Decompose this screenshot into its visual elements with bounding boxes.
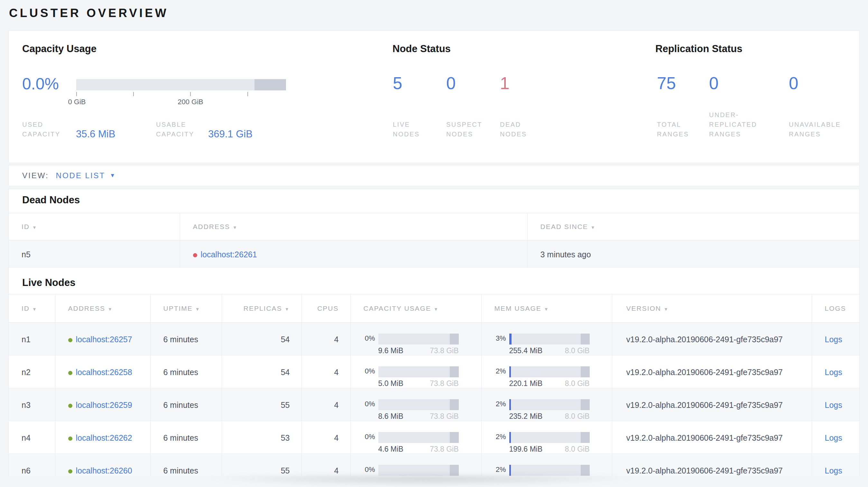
capacity-usage-cell: 0% 7.8 MiB73.8 GiB (350, 454, 481, 476)
version-cell: v19.2.0-alpha.20190606-2491-gfe735c9a97 (612, 421, 812, 454)
cpus-cell: 4 (302, 454, 350, 476)
capacity-used-value: 5.0 MiB (378, 379, 403, 388)
mem-bar-fill (509, 366, 511, 377)
node-address-link[interactable]: localhost:26262 (76, 433, 132, 442)
node-address-cell: localhost:26261 (180, 240, 527, 268)
uptime-cell: 6 minutes (150, 388, 222, 421)
mem-usage-cell: 2% 199.6 MiB8.0 GiB (481, 421, 612, 454)
mem-total-value: 8.0 GiB (565, 445, 590, 454)
capacity-percent-label: 0% (354, 333, 375, 343)
capacity-usage-title: Capacity Usage (22, 43, 96, 55)
column-header-id[interactable]: ID▼ (9, 294, 55, 323)
column-header-version[interactable]: VERSION▼ (612, 294, 812, 323)
mem-total-value: 8.0 GiB (565, 412, 590, 421)
bottom-shadow (138, 476, 705, 487)
column-header-capacity-usage[interactable]: CAPACITY USAGE▼ (350, 294, 481, 323)
total-ranges-label: TOTAL RANGES (657, 120, 692, 139)
uptime-cell: 6 minutes (150, 323, 222, 355)
sort-desc-icon: ▼ (434, 306, 439, 312)
capacity-usage-cell: 0% 4.6 MiB73.8 GiB (350, 421, 481, 454)
capacity-bar-track (378, 465, 459, 476)
suspect-nodes-label: SUSPECT NODES (446, 120, 483, 139)
logs-cell: Logs (812, 355, 860, 388)
capacity-bar-track (378, 333, 459, 345)
mem-bar-track (509, 333, 590, 345)
sort-desc-icon: ▼ (32, 306, 37, 312)
column-header-address[interactable]: ADDRESS▼ (55, 294, 150, 323)
mem-bar-track (509, 399, 590, 410)
dead-nodes-count: 1 (500, 73, 509, 93)
version-cell: v19.2.0-alpha.20190606-2491-gfe735c9a97 (612, 454, 812, 476)
column-header-label: DEAD SINCE (540, 223, 588, 230)
logs-link[interactable]: Logs (825, 433, 842, 442)
column-header-label: CAPACITY USAGE (364, 304, 431, 312)
capacity-total-value: 73.8 GiB (430, 379, 459, 388)
capacity-percent-label: 0% (354, 432, 375, 441)
page-title: CLUSTER OVERVIEW (9, 6, 168, 20)
node-address-cell: localhost:26258 (55, 355, 150, 388)
capacity-total-value: 73.8 GiB (430, 445, 459, 454)
capacity-bar: 0 GiB 200 GiB (76, 79, 286, 108)
capacity-used-value: 8.6 MiB (378, 412, 403, 421)
logs-link[interactable]: Logs (825, 400, 842, 410)
capacity-percent-label: 0% (354, 465, 375, 474)
logs-cell: Logs (812, 323, 860, 355)
node-address-link[interactable]: localhost:26259 (76, 400, 132, 410)
live-nodes-label: LIVE NODES (393, 120, 423, 139)
mem-bar-track (509, 432, 590, 443)
capacity-usage-cell: 0% 8.6 MiB73.8 GiB (350, 388, 481, 421)
mem-bar-fill (509, 465, 511, 476)
sort-desc-icon: ▼ (195, 306, 200, 312)
view-bar: VIEW: NODE LIST ▼ (8, 165, 860, 186)
node-live-dot-icon (68, 338, 72, 342)
mem-total-value: 8.0 GiB (565, 347, 590, 355)
table-row: n6 localhost:26260 6 minutes 55 4 0% 7.8… (9, 454, 860, 476)
column-header-label: CPUS (317, 304, 338, 312)
capacity-percent: 0.0% (22, 75, 59, 93)
cpus-cell: 4 (302, 421, 350, 454)
logs-cell: Logs (812, 421, 860, 454)
logs-link[interactable]: Logs (825, 335, 842, 344)
node-address-link[interactable]: localhost:26258 (76, 368, 132, 377)
mem-used-value: 255.4 MiB (509, 347, 543, 355)
mem-total-value: 8.0 GiB (565, 379, 590, 388)
cpus-cell: 4 (302, 323, 350, 355)
column-header-id[interactable]: ID▼ (9, 213, 180, 240)
view-dropdown[interactable]: NODE LIST ▼ (56, 171, 116, 180)
logs-link[interactable]: Logs (825, 368, 842, 377)
column-header-label: LOGS (825, 304, 846, 312)
version-cell: v19.2.0-alpha.20190606-2491-gfe735c9a97 (612, 355, 812, 388)
node-id-cell: n2 (9, 355, 55, 388)
column-header-uptime[interactable]: UPTIME▼ (150, 294, 222, 323)
column-header-dead-since[interactable]: DEAD SINCE▼ (527, 213, 860, 240)
node-address-link[interactable]: localhost:26257 (76, 335, 132, 344)
live-nodes-heading: Live Nodes (9, 268, 859, 294)
used-capacity-value: 35.6 MiB (76, 128, 115, 140)
column-header-replicas[interactable]: REPLICAS▼ (222, 294, 302, 323)
under-replicated-count: 0 (709, 73, 718, 93)
mem-used-value: 235.2 MiB (509, 412, 543, 421)
dead-nodes-header-row: ID▼ ADDRESS▼ DEAD SINCE▼ (9, 213, 860, 240)
view-label: VIEW: (22, 171, 49, 180)
mem-percent-label: 2% (485, 465, 506, 474)
mem-used-value: 220.1 MiB (509, 379, 543, 388)
logs-cell: Logs (812, 388, 860, 421)
column-header-mem-usage[interactable]: MEM USAGE▼ (481, 294, 612, 323)
node-live-dot-icon (68, 436, 72, 441)
replication-status-title: Replication Status (655, 43, 742, 55)
column-header-address[interactable]: ADDRESS▼ (180, 213, 527, 240)
uptime-cell: 6 minutes (150, 454, 222, 476)
axis-tick (133, 92, 134, 96)
column-header-cpus: CPUS (302, 294, 350, 323)
cluster-summary-card: Capacity Usage 0.0% 0 GiB 200 GiB USED C… (8, 31, 860, 163)
replicas-cell: 53 (222, 421, 302, 454)
axis-tick-label: 200 GiB (178, 98, 203, 106)
node-address-link[interactable]: localhost:26260 (76, 466, 132, 475)
logs-link[interactable]: Logs (825, 466, 842, 475)
mem-bar-track (509, 366, 590, 377)
node-address-link[interactable]: localhost:26261 (201, 250, 257, 259)
usable-capacity-value: 369.1 GiB (208, 128, 253, 140)
axis-tick (190, 92, 191, 96)
view-dropdown-selected[interactable]: NODE LIST (56, 171, 105, 180)
node-address-cell: localhost:26260 (55, 454, 150, 476)
